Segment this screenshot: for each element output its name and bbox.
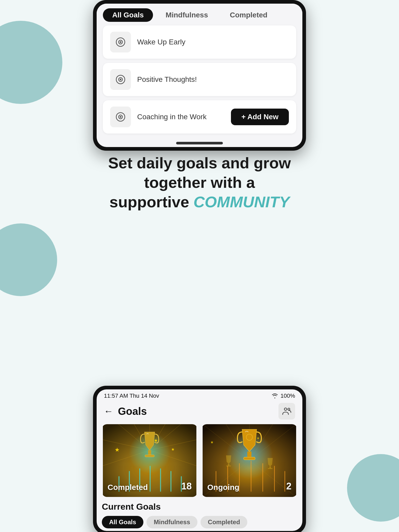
status-bar: 11:57 AM Thu 14 Nov 100% [97, 389, 302, 401]
tab-mindfulness[interactable]: Mindfulness [156, 8, 217, 22]
decorative-blob-top-left [0, 21, 62, 104]
svg-point-5 [120, 79, 121, 80]
svg-rect-51 [262, 463, 263, 492]
svg-point-10 [288, 408, 290, 410]
goal-title-wake-up: Wake Up Early [137, 38, 185, 46]
status-right: 100% [271, 393, 295, 399]
svg-rect-26 [160, 468, 161, 492]
svg-rect-33 [145, 455, 154, 457]
stat-count-completed: 18 [181, 481, 192, 492]
svg-rect-57 [244, 457, 255, 460]
status-time: 11:57 AM Thu 14 Nov [104, 393, 159, 399]
svg-rect-56 [247, 451, 251, 458]
battery-text: 100% [281, 393, 295, 399]
home-indicator [176, 142, 223, 144]
stat-label-ongoing: Ongoing [207, 483, 239, 492]
goals-header-left: ← Goals [104, 405, 147, 417]
svg-rect-50 [251, 461, 251, 492]
svg-point-9 [284, 408, 287, 410]
top-device-screen: All Goals Mindfulness Completed Wake Up … [97, 4, 302, 147]
stats-row: Completed 18 [97, 424, 302, 502]
goal-item-positive[interactable]: Positive Thoughts! [103, 63, 296, 96]
svg-rect-43 [228, 464, 229, 466]
svg-rect-53 [284, 471, 285, 492]
mid-section: Set daily goals and grow together with a… [98, 153, 301, 212]
current-goals-section: Current Goals All Goals Mindfulness Comp… [97, 502, 302, 531]
svg-rect-44 [226, 466, 231, 467]
stat-label-completed: Completed [108, 483, 148, 492]
goal-item-coaching[interactable]: Coaching in the Work + Add New [103, 100, 296, 134]
tab-completed[interactable]: Completed [221, 8, 277, 22]
top-device: All Goals Mindfulness Completed Wake Up … [93, 0, 306, 151]
mini-tab-completed[interactable]: Completed [201, 516, 247, 528]
goal-item-wake-up[interactable]: Wake Up Early [103, 25, 296, 59]
community-icon [282, 406, 292, 416]
bottom-device: 11:57 AM Thu 14 Nov 100% ← Goals [93, 386, 306, 532]
goal-title-coaching: Coaching in the Work [137, 113, 207, 121]
tab-all-goals[interactable]: All Goals [103, 8, 153, 22]
svg-rect-52 [274, 466, 275, 492]
mini-tab-all-goals[interactable]: All Goals [102, 516, 143, 528]
bottom-device-screen: 11:57 AM Thu 14 Nov 100% ← Goals [97, 389, 302, 531]
stat-count-ongoing: 2 [286, 481, 291, 492]
svg-point-2 [120, 42, 121, 43]
decorative-blob-bottom-right [347, 454, 399, 522]
svg-rect-27 [170, 471, 171, 492]
current-goals-title: Current Goals [102, 502, 297, 512]
wifi-icon [271, 393, 278, 398]
decorative-blob-mid-left [0, 223, 57, 296]
stat-card-ongoing[interactable]: Ongoing 2 [202, 424, 297, 497]
goal-icon-positive [110, 69, 131, 90]
goals-page-title: Goals [118, 405, 147, 417]
stat-card-completed[interactable]: Completed 18 [102, 424, 197, 497]
svg-rect-32 [148, 450, 151, 455]
mid-heading: Set daily goals and grow together with a… [98, 153, 301, 212]
svg-point-8 [120, 116, 121, 117]
back-button[interactable]: ← [104, 406, 113, 417]
current-goals-tab-bar: All Goals Mindfulness Completed [102, 516, 297, 528]
top-tab-bar: All Goals Mindfulness Completed [97, 4, 302, 25]
svg-rect-46 [268, 468, 272, 469]
goals-header: ← Goals [97, 401, 302, 424]
goal-icon-coaching [110, 107, 131, 127]
mini-tab-mindfulness[interactable]: Mindfulness [147, 516, 197, 528]
goal-title-positive: Positive Thoughts! [137, 75, 197, 84]
svg-rect-45 [269, 467, 271, 469]
add-new-button[interactable]: + Add New [231, 109, 289, 125]
community-icon-button[interactable] [278, 403, 295, 420]
svg-rect-25 [150, 466, 151, 492]
goal-icon-wake-up [110, 32, 131, 52]
goal-list: Wake Up Early Positive Thoughts! Coachin… [97, 25, 302, 140]
